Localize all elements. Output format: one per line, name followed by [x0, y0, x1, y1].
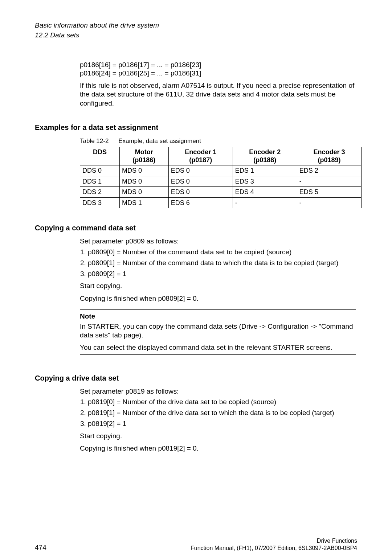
col-encoder2: Encoder 2(p0188)	[233, 147, 297, 165]
body-text: Copying is finished when p0809[2] = 0.	[80, 294, 356, 303]
cell: EDS 0	[168, 187, 233, 198]
col-motor: Motor(p0186)	[120, 147, 169, 165]
list-item: p0819[1] = Number of the drive data set …	[88, 409, 356, 417]
section-heading-copy-drive: Copying a drive data set	[35, 374, 357, 383]
cell: EDS 0	[168, 176, 233, 187]
cell: DDS 2	[80, 187, 120, 198]
note-rule-top	[80, 309, 356, 310]
intro-text: Set parameter p0809 as follows:	[80, 237, 356, 246]
body-text: Start copying.	[80, 282, 356, 290]
body-paragraph: If this rule is not observed, alarm A075…	[80, 81, 356, 108]
cell: -	[297, 176, 361, 187]
cell: EDS 4	[233, 187, 297, 198]
col-encoder3: Encoder 3(p0189)	[297, 147, 361, 165]
cell: MDS 1	[120, 197, 169, 208]
footer-line2: Function Manual, (FH1), 07/2007 Edition,…	[191, 545, 357, 552]
running-head-title: Basic information about the drive system	[35, 21, 357, 30]
intro-text: Set parameter p0819 as follows:	[80, 387, 356, 396]
table-row: DDS 1 MDS 0 EDS 0 EDS 3 -	[80, 176, 362, 187]
page-number: 474	[35, 543, 46, 552]
list-item: p0809[2] = 1	[88, 270, 356, 278]
note-paragraph: In STARTER, you can copy the command dat…	[80, 322, 356, 340]
col-encoder1: Encoder 1(p0187)	[168, 147, 233, 165]
dds-table: DDS Motor(p0186) Encoder 1(p0187) Encode…	[80, 147, 362, 208]
copy-command-block: Set parameter p0809 as follows: p0809[0]…	[80, 237, 356, 354]
cell: EDS 2	[297, 165, 361, 176]
note-rule-bottom	[80, 354, 356, 355]
table-caption: Table 12-2 Example, data set assignment	[80, 137, 357, 145]
cell: -	[297, 197, 361, 208]
table-number: Table 12-2	[80, 138, 109, 144]
table-row: DDS 0 MDS 0 EDS 0 EDS 1 EDS 2	[80, 165, 362, 176]
cell: DDS 1	[80, 176, 120, 187]
cell: EDS 5	[297, 187, 361, 198]
cell: MDS 0	[120, 176, 169, 187]
steps-list: p0819[0] = Number of the drive data set …	[80, 398, 356, 428]
cell: EDS 6	[168, 197, 233, 208]
footer-right: Drive Functions Function Manual, (FH1), …	[191, 537, 357, 552]
cell: EDS 3	[233, 176, 297, 187]
code-line: p0186[24] = p0186[25] = ... = p0186[31]	[80, 69, 356, 78]
table-caption-text: Example, data set assignment	[118, 138, 201, 144]
list-item: p0809[0] = Number of the command data se…	[88, 248, 356, 257]
table-row: DDS 3 MDS 1 EDS 6 - -	[80, 197, 362, 208]
cell: EDS 0	[168, 165, 233, 176]
body-text: Start copying.	[80, 432, 356, 440]
cell: MDS 0	[120, 187, 169, 198]
list-item: p0819[2] = 1	[88, 419, 356, 428]
table-header-row: DDS Motor(p0186) Encoder 1(p0187) Encode…	[80, 147, 362, 165]
col-dds: DDS	[80, 147, 120, 165]
cell: -	[233, 197, 297, 208]
running-head-section: 12.2 Data sets	[35, 31, 357, 41]
cell: EDS 1	[233, 165, 297, 176]
copy-drive-block: Set parameter p0819 as follows: p0819[0]…	[80, 387, 356, 453]
table-row: DDS 2 MDS 0 EDS 0 EDS 4 EDS 5	[80, 187, 362, 198]
note-label: Note	[80, 312, 356, 321]
page-root: Basic information about the drive system…	[0, 0, 392, 554]
steps-list: p0809[0] = Number of the command data se…	[80, 248, 356, 278]
top-code-block: p0186[16] = p0186[17] = ... = p0186[23] …	[80, 61, 356, 108]
note-block: Note In STARTER, you can copy the comman…	[80, 309, 356, 355]
cell: MDS 0	[120, 165, 169, 176]
note-paragraph: You can select the displayed command dat…	[80, 343, 356, 352]
code-line: p0186[16] = p0186[17] = ... = p0186[23]	[80, 61, 356, 69]
body-text: Copying is finished when p0819[2] = 0.	[80, 444, 356, 453]
section-heading-examples: Examples for a data set assignment	[35, 123, 357, 132]
cell: DDS 3	[80, 197, 120, 208]
header-rule	[35, 30, 357, 30]
section-heading-copy-command: Copying a command data set	[35, 223, 357, 233]
list-item: p0809[1] = Number of the command data to…	[88, 259, 356, 267]
cell: DDS 0	[80, 165, 120, 176]
list-item: p0819[0] = Number of the drive data set …	[88, 398, 356, 406]
footer-line1: Drive Functions	[191, 537, 357, 545]
